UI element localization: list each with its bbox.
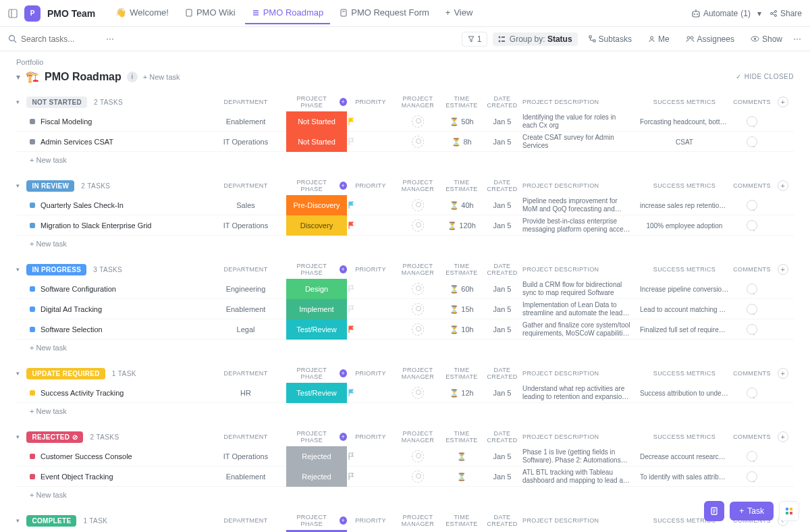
description-cell[interactable]: Phase 1 is live (getting fields in Softw…	[522, 448, 637, 465]
new-task-row[interactable]: + New task	[16, 236, 794, 248]
estimate-cell[interactable]: ⏳ 120h	[441, 221, 482, 230]
estimate-cell[interactable]: ⏳	[441, 473, 482, 481]
avatar-placeholder-icon[interactable]	[412, 450, 424, 462]
group-by-button[interactable]: Group by: Status	[493, 32, 577, 46]
avatar-placeholder-icon[interactable]	[412, 115, 424, 128]
priority-cell[interactable]	[347, 138, 394, 146]
metrics-cell[interactable]: Finalized full set of requirements for V…	[637, 326, 732, 334]
estimate-cell[interactable]: ⏳	[441, 452, 482, 461]
description-cell[interactable]: ATL BTL tracking with Tableau dashboard …	[522, 469, 637, 485]
task-name[interactable]: Digital Ad Tracking	[40, 305, 102, 313]
add-column-button[interactable]: +	[778, 431, 788, 442]
description-cell[interactable]: Identifying the value for roles in each …	[522, 113, 637, 130]
status-dot-icon[interactable]	[30, 119, 35, 124]
metrics-cell[interactable]: Lead to account matching and handling of…	[637, 306, 732, 313]
show-button[interactable]: Show	[745, 32, 788, 46]
status-chip[interactable]: IN PROGRESS	[26, 264, 86, 275]
status-dot-icon[interactable]	[30, 203, 35, 208]
group-collapse-icon[interactable]: ▾	[16, 182, 20, 189]
task-name[interactable]: Admin Services CSAT	[40, 138, 113, 146]
estimate-cell[interactable]: ⏳ 10h	[441, 325, 482, 334]
comment-icon[interactable]	[747, 136, 757, 147]
metrics-cell[interactable]: Decrease account research time for CSMs …	[637, 453, 732, 460]
phase-cell[interactable]: Not Started	[286, 132, 347, 152]
phase-cell[interactable]: Rejected	[286, 467, 347, 487]
comments-cell[interactable]	[732, 284, 772, 294]
metrics-cell[interactable]: To identify with sales attribution varia…	[637, 473, 732, 481]
description-cell[interactable]: Provide best-in-class enterprise messagi…	[522, 217, 637, 234]
manager-cell[interactable]	[394, 471, 441, 483]
search-more-icon[interactable]: ⋯	[106, 34, 115, 44]
priority-cell[interactable]	[347, 325, 394, 334]
filter-count-pill[interactable]: 1	[462, 32, 488, 47]
manager-cell[interactable]	[394, 136, 441, 148]
manager-cell[interactable]	[394, 115, 441, 128]
status-dot-icon[interactable]	[30, 139, 35, 144]
share-button[interactable]: Share	[770, 9, 802, 18]
description-cell[interactable]: Pipeline needs improvement for MoM and Q…	[522, 197, 637, 214]
manager-cell[interactable]	[394, 199, 441, 211]
tab-welcome-[interactable]: 👋Welcome!	[109, 2, 176, 24]
assignees-button[interactable]: Assignees	[680, 32, 740, 46]
manager-cell[interactable]	[394, 450, 441, 462]
priority-cell[interactable]	[347, 201, 394, 209]
phase-cell[interactable]: Not Started	[286, 111, 347, 132]
manager-cell[interactable]	[394, 303, 441, 315]
department-cell[interactable]: Enablement	[205, 305, 286, 313]
status-chip[interactable]: REJECTED ⊘	[26, 431, 83, 443]
metrics-cell[interactable]: Increase pipeline conversion of new busi…	[637, 286, 732, 293]
tab-pmo-wiki[interactable]: PMO Wiki	[178, 2, 242, 24]
priority-cell[interactable]	[347, 452, 394, 460]
float-apps-button[interactable]	[779, 501, 799, 521]
new-task-row[interactable]: + New task	[16, 403, 794, 415]
team-name[interactable]: PMO Team	[47, 8, 95, 19]
department-cell[interactable]: Sales	[205, 201, 286, 209]
manager-cell[interactable]	[394, 387, 441, 399]
metrics-cell[interactable]: CSAT	[637, 138, 732, 146]
group-collapse-icon[interactable]: ▾	[16, 433, 20, 440]
task-name[interactable]: Customer Success Console	[40, 452, 132, 460]
metrics-cell[interactable]: 100% employee adoption	[637, 222, 732, 230]
sidebar-toggle-icon[interactable]	[8, 9, 18, 18]
status-chip[interactable]: IN REVIEW	[26, 180, 74, 192]
department-cell[interactable]: Engineering	[205, 285, 286, 293]
breadcrumb[interactable]: Portfolio	[0, 51, 810, 66]
automate-button[interactable]: Automate (1) ▾	[691, 9, 761, 18]
task-row[interactable]: Admin Services CSAT IT Operations Not St…	[16, 132, 794, 152]
phase-add-icon[interactable]: +	[340, 369, 347, 377]
phase-add-icon[interactable]: +	[340, 433, 347, 441]
phase-cell[interactable]: Implement	[286, 299, 347, 319]
department-cell[interactable]: Enablement	[205, 473, 286, 481]
comment-icon[interactable]	[747, 304, 757, 315]
priority-cell[interactable]	[347, 117, 394, 126]
estimate-cell[interactable]: ⏳ 8h	[441, 138, 482, 147]
phase-add-icon[interactable]: +	[340, 182, 347, 190]
description-cell[interactable]: Build a CRM flow for bidirectional sync …	[522, 281, 637, 298]
new-task-row[interactable]: + New task	[16, 340, 794, 352]
new-task-row[interactable]: + New task	[16, 487, 794, 499]
department-cell[interactable]: IT Operations	[205, 452, 286, 460]
add-column-button[interactable]: +	[778, 97, 788, 107]
department-cell[interactable]: HR	[205, 389, 286, 397]
search-input[interactable]	[21, 34, 102, 44]
avatar-placeholder-icon[interactable]	[412, 219, 424, 232]
phase-cell[interactable]: Design	[286, 279, 347, 299]
priority-cell[interactable]	[347, 305, 394, 313]
manager-cell[interactable]	[394, 323, 441, 336]
status-dot-icon[interactable]	[30, 390, 35, 396]
description-cell[interactable]: Implementation of Lean Data to streamlin…	[522, 301, 637, 318]
estimate-cell[interactable]: ⏳ 40h	[441, 201, 482, 210]
department-cell[interactable]: IT Operations	[205, 221, 286, 230]
add-column-button[interactable]: +	[778, 264, 788, 275]
workspace-icon[interactable]: P	[24, 5, 40, 22]
comments-cell[interactable]	[732, 304, 772, 315]
hide-closed-button[interactable]: ✓ HIDE CLOSED	[736, 73, 794, 80]
priority-cell[interactable]	[347, 221, 394, 230]
group-collapse-icon[interactable]: ▾	[16, 370, 20, 377]
add-column-button[interactable]: +	[778, 368, 788, 379]
status-dot-icon[interactable]	[30, 223, 35, 228]
comment-icon[interactable]	[747, 220, 757, 231]
comments-cell[interactable]	[732, 471, 772, 482]
priority-cell[interactable]	[347, 473, 394, 481]
task-row[interactable]: Fiscal Modeling Enablement Not Started ⏳…	[16, 111, 794, 132]
